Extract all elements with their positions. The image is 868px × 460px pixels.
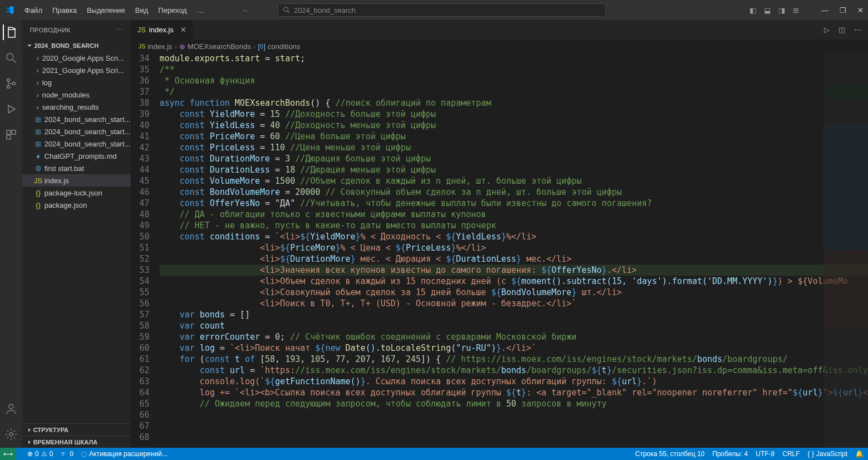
json-file-icon: {} xyxy=(33,189,43,197)
file-item[interactable]: {}package.json xyxy=(22,199,131,211)
folder-root[interactable]: 2024_BOND_SEARCH xyxy=(22,40,131,52)
remote-icon: ⟷ xyxy=(3,450,13,458)
menu-file[interactable]: Файл xyxy=(20,4,47,17)
js-file-icon: JS xyxy=(137,26,146,34)
main-menu: Файл Правка Выделение Вид Переход … xyxy=(20,4,209,17)
menu-selection[interactable]: Выделение xyxy=(82,4,130,17)
activity-explorer-icon[interactable] xyxy=(3,25,18,40)
folder-item[interactable]: ›log xyxy=(22,76,131,89)
svg-rect-9 xyxy=(7,135,11,139)
status-eol[interactable]: CRLF xyxy=(782,450,800,458)
svg-point-5 xyxy=(7,86,9,89)
status-cursor[interactable]: Строка 55, столбец 10 xyxy=(635,450,705,458)
sidebar-more-icon[interactable]: ⋯ xyxy=(116,26,123,33)
nav-forward-icon[interactable]: → xyxy=(259,6,267,14)
tab-index-js[interactable]: JS index.js ✕ xyxy=(131,20,194,40)
status-encoding[interactable]: UTF-8 xyxy=(756,450,775,458)
svg-point-4 xyxy=(7,79,9,82)
js-file-icon: JS xyxy=(139,43,146,50)
activity-scm-icon[interactable] xyxy=(3,76,19,91)
section-outline[interactable]: СТРУКТУРА xyxy=(22,423,131,435)
chevron-down-icon xyxy=(26,42,33,50)
sidebar-title: ПРОВОДНИК xyxy=(30,27,71,33)
layout-sidebar-left-icon[interactable]: ◧ xyxy=(749,6,756,14)
status-language[interactable]: { }JavaScript xyxy=(808,450,847,458)
code-editor[interactable]: 3435363738394041424344454647484950515253… xyxy=(131,53,868,448)
section-timeline[interactable]: ВРЕМЕННАЯ ШКАЛА xyxy=(22,435,131,448)
json-file-icon: {} xyxy=(33,201,43,209)
chevron-right-icon: › xyxy=(33,103,42,111)
chevron-right-icon: › xyxy=(33,91,42,99)
chevron-right-icon: › xyxy=(33,79,42,87)
folder-item[interactable]: ›2021_Google Apps Scri... xyxy=(22,64,131,76)
file-item[interactable]: ⊞2024_bond_search_start... xyxy=(22,113,131,125)
win-file-icon: ⊞ xyxy=(33,128,43,136)
nav-history: ← → xyxy=(242,6,267,14)
layout-panel-icon[interactable]: ⬓ xyxy=(764,6,771,14)
file-item[interactable]: {}package-lock.json xyxy=(22,187,131,199)
layout-sidebar-right-icon[interactable]: ◨ xyxy=(778,6,785,14)
layout-customize-icon[interactable]: ⊞ xyxy=(793,6,799,14)
notifications-icon[interactable]: 🔔 xyxy=(855,450,864,458)
status-ports[interactable]: ᯤ0 xyxy=(61,450,73,458)
editor: JS index.js ✕ ▷ ◫ ⋯ JS index.js › ⊕ MOEX… xyxy=(131,20,868,448)
svg-line-1 xyxy=(288,11,290,13)
win-file-icon: ⊞ xyxy=(33,115,43,124)
search-text: 2024_bond_search xyxy=(294,6,356,14)
menu-edit[interactable]: Правка xyxy=(48,4,81,17)
search-icon xyxy=(283,6,290,14)
status-activating: ◌Активация расширений... xyxy=(81,450,167,458)
error-icon: ⊗ xyxy=(27,450,33,458)
file-item[interactable]: ⊞2024_bond_search_start... xyxy=(22,125,131,138)
menu-go[interactable]: Переход xyxy=(154,4,191,17)
chevron-right-icon: › xyxy=(33,66,42,75)
status-bar: ⟷ ⊗0 ⚠0 ᯤ0 ◌Активация расширений... Стро… xyxy=(0,448,868,460)
status-problems[interactable]: ⊗0 ⚠0 xyxy=(27,450,53,458)
folder-item[interactable]: ›searching_results xyxy=(22,101,131,113)
breadcrumbs[interactable]: JS index.js › ⊕ MOEXsearchBonds › [◊] co… xyxy=(131,40,868,53)
md-file-icon: ♦ xyxy=(33,152,43,160)
file-item[interactable]: ⊞2024_bond_search_start... xyxy=(22,138,131,150)
method-icon: ⊕ xyxy=(179,42,185,51)
svg-line-3 xyxy=(13,60,16,63)
svg-point-0 xyxy=(284,7,288,12)
window-close-icon[interactable]: ✕ xyxy=(857,6,864,14)
file-item[interactable]: ⚙first start.bat xyxy=(22,162,131,174)
variable-icon: [◊] xyxy=(258,42,265,51)
remote-indicator[interactable]: ⟷ xyxy=(0,448,16,460)
tab-close-icon[interactable]: ✕ xyxy=(180,26,186,34)
split-editor-icon[interactable]: ◫ xyxy=(839,26,845,34)
svg-point-10 xyxy=(9,404,13,409)
svg-rect-8 xyxy=(12,130,16,134)
window-minimize-icon[interactable]: — xyxy=(821,6,828,14)
run-icon[interactable]: ▷ xyxy=(824,26,830,34)
file-item[interactable]: ♦ChatGPT_prompts.md xyxy=(22,150,131,162)
folder-item[interactable]: ›node_modules xyxy=(22,89,131,101)
svg-point-2 xyxy=(7,53,13,60)
bat-file-icon: ⚙ xyxy=(33,164,43,173)
chevron-right-icon: › xyxy=(33,54,42,62)
status-indent[interactable]: Пробелы: 4 xyxy=(712,450,748,458)
activity-debug-icon[interactable] xyxy=(3,101,19,117)
folder-item[interactable]: ›2020_Google Apps Scri... xyxy=(22,52,131,64)
win-file-icon: ⊞ xyxy=(33,140,43,148)
title-bar: Файл Правка Выделение Вид Переход … ← → … xyxy=(0,0,868,20)
menu-view[interactable]: Вид xyxy=(131,4,153,17)
file-item[interactable]: JSindex.js xyxy=(22,174,131,187)
chevron-right-icon xyxy=(26,438,33,446)
window-maximize-icon[interactable]: ❐ xyxy=(840,6,846,14)
command-center[interactable]: 2024_bond_search xyxy=(278,3,606,17)
sidebar-explorer: ПРОВОДНИК ⋯ 2024_BOND_SEARCH ›2020_Googl… xyxy=(22,20,131,448)
svg-point-11 xyxy=(9,433,13,436)
nav-back-icon[interactable]: ← xyxy=(242,6,249,14)
menu-more[interactable]: … xyxy=(193,4,209,17)
activity-settings-icon[interactable] xyxy=(3,427,19,442)
file-tree: ›2020_Google Apps Scri...›2021_Google Ap… xyxy=(22,52,131,423)
activity-account-icon[interactable] xyxy=(3,401,19,417)
more-actions-icon[interactable]: ⋯ xyxy=(854,26,861,34)
js-file-icon: JS xyxy=(33,177,43,185)
tab-label: index.js xyxy=(149,26,174,34)
minimap[interactable] xyxy=(823,53,868,448)
activity-search-icon[interactable] xyxy=(3,50,19,66)
activity-extensions-icon[interactable] xyxy=(3,127,19,143)
